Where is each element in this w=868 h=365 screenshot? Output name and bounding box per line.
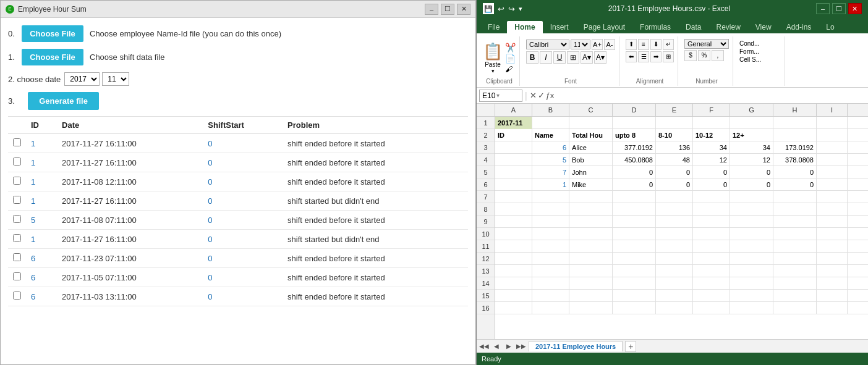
- sheet-nav-first[interactable]: ◀◀: [479, 342, 489, 351]
- tab-view[interactable]: View: [748, 21, 779, 33]
- grid-cell[interactable]: [817, 277, 848, 290]
- row-checkbox[interactable]: [13, 138, 21, 146]
- undo-icon[interactable]: ↩: [498, 4, 504, 14]
- year-select[interactable]: 201720182016: [64, 72, 100, 86]
- grid-cell[interactable]: [817, 240, 848, 253]
- grid-cell[interactable]: 173.0192: [773, 141, 817, 154]
- percent-button[interactable]: %: [698, 50, 710, 61]
- underline-button[interactable]: U: [553, 51, 566, 64]
- tab-add-ins[interactable]: Add-ins: [779, 21, 819, 33]
- italic-button[interactable]: I: [540, 51, 552, 64]
- grid-cell[interactable]: [730, 117, 773, 129]
- bold-button[interactable]: B: [526, 51, 538, 64]
- font-color-button[interactable]: A▾: [594, 51, 606, 64]
- row-checkbox[interactable]: [13, 177, 21, 185]
- row-header[interactable]: 13: [477, 265, 495, 277]
- grid-cell[interactable]: [693, 216, 730, 228]
- grid-cell[interactable]: 0: [730, 166, 773, 178]
- grid-cell[interactable]: 0: [656, 166, 693, 178]
- grid-cell[interactable]: 0: [693, 178, 730, 191]
- row-header[interactable]: 9: [477, 216, 495, 228]
- grid-cell[interactable]: [773, 129, 817, 141]
- month-select[interactable]: 110102030405060708091012: [102, 72, 129, 86]
- col-header-d[interactable]: D: [613, 104, 656, 116]
- grid-cell[interactable]: 12: [730, 154, 773, 166]
- grid-cell[interactable]: [693, 265, 730, 277]
- tab-page-layout[interactable]: Page Layout: [576, 21, 632, 33]
- grid-cell[interactable]: [817, 117, 848, 129]
- close-button[interactable]: ✕: [457, 4, 470, 15]
- row-checkbox[interactable]: [13, 215, 21, 223]
- grid-cell[interactable]: [613, 228, 656, 240]
- number-format-select[interactable]: General: [684, 39, 729, 49]
- grid-cell[interactable]: ID: [495, 129, 532, 141]
- grid-cell[interactable]: 7: [532, 166, 569, 178]
- tab-formulas[interactable]: Formulas: [632, 21, 678, 33]
- grid-cell[interactable]: [495, 203, 532, 216]
- comma-button[interactable]: ,: [712, 50, 724, 61]
- grid-cell[interactable]: [495, 265, 532, 277]
- grid-cell[interactable]: 378.0808: [773, 154, 817, 166]
- grid-cell[interactable]: [773, 253, 817, 265]
- grid-cell[interactable]: [693, 290, 730, 302]
- maximize-button[interactable]: ☐: [441, 4, 454, 15]
- grid-cell[interactable]: [693, 203, 730, 216]
- grid-cell[interactable]: [569, 203, 613, 216]
- grid-cell[interactable]: [693, 228, 730, 240]
- grid-cell[interactable]: [656, 290, 693, 302]
- grid-cell[interactable]: [773, 216, 817, 228]
- grid-cell[interactable]: [569, 216, 613, 228]
- grid-cell[interactable]: [532, 265, 569, 277]
- sheet-nav-next[interactable]: ▶: [504, 342, 514, 351]
- row-header[interactable]: 6: [477, 178, 495, 191]
- grid-cell[interactable]: [569, 265, 613, 277]
- fill-color-button[interactable]: A▾: [581, 51, 593, 64]
- grid-cell[interactable]: [495, 302, 532, 314]
- grid-cell[interactable]: [773, 302, 817, 314]
- copy-button[interactable]: 📄: [505, 54, 516, 64]
- row-header[interactable]: 8: [477, 203, 495, 216]
- row-header[interactable]: 16: [477, 302, 495, 314]
- grid-cell[interactable]: [730, 203, 773, 216]
- tab-file[interactable]: File: [480, 21, 507, 33]
- row-header[interactable]: 3: [477, 141, 495, 154]
- more-icon[interactable]: ▾: [519, 5, 522, 13]
- grid-cell[interactable]: 2017-11: [495, 117, 532, 129]
- col-header-e[interactable]: E: [656, 104, 693, 116]
- format-painter-button[interactable]: 🖌: [505, 65, 516, 73]
- add-sheet-button[interactable]: +: [625, 341, 636, 352]
- sheet-nav-prev[interactable]: ◀: [491, 342, 501, 351]
- row-header[interactable]: 12: [477, 253, 495, 265]
- grid-cell[interactable]: [495, 277, 532, 290]
- wrap-text-button[interactable]: ↵: [663, 39, 674, 50]
- grid-cell[interactable]: [773, 117, 817, 129]
- grid-cell[interactable]: Alice: [569, 141, 613, 154]
- grid-cell[interactable]: 0: [656, 178, 693, 191]
- choose-file-button-1[interactable]: Choose File: [22, 49, 83, 65]
- tab-insert[interactable]: Insert: [543, 21, 576, 33]
- row-header[interactable]: 10: [477, 228, 495, 240]
- grid-cell[interactable]: [495, 253, 532, 265]
- align-center-button[interactable]: ☰: [638, 51, 649, 62]
- grid-cell[interactable]: [495, 141, 532, 154]
- grid-cell[interactable]: [656, 216, 693, 228]
- grid-cell[interactable]: [730, 216, 773, 228]
- conditional-formatting-button[interactable]: Cond...: [739, 40, 781, 47]
- grid-cell[interactable]: [773, 290, 817, 302]
- grid-cell[interactable]: 34: [730, 141, 773, 154]
- grid-cell[interactable]: 0: [613, 166, 656, 178]
- col-header-b[interactable]: B: [532, 104, 569, 116]
- grid-cell[interactable]: [817, 228, 848, 240]
- grid-cell[interactable]: [569, 228, 613, 240]
- grid-cell[interactable]: [569, 191, 613, 203]
- row-checkbox[interactable]: [13, 253, 21, 261]
- col-header-h[interactable]: H: [773, 104, 817, 116]
- sheet-tab-main[interactable]: 2017-11 Employee Hours: [529, 341, 623, 351]
- save-icon[interactable]: 💾: [483, 3, 494, 14]
- font-decrease-button[interactable]: A-: [604, 39, 615, 50]
- grid-cell[interactable]: 0: [730, 178, 773, 191]
- sheet-nav-last[interactable]: ▶▶: [516, 342, 526, 351]
- grid-cell[interactable]: [532, 117, 569, 129]
- choose-file-button-0[interactable]: Choose File: [22, 25, 83, 42]
- align-right-button[interactable]: ➡: [650, 51, 662, 62]
